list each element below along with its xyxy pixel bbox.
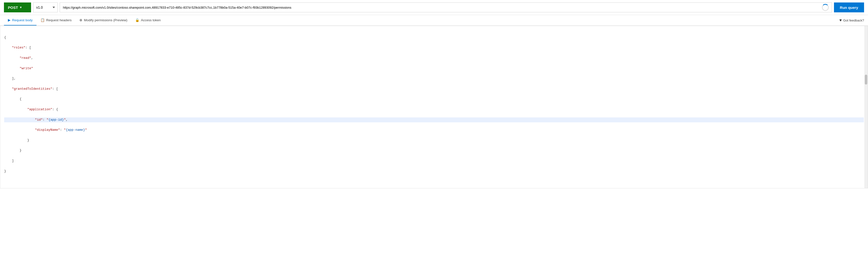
tab-access-token-label: Access token [141,18,160,22]
tab-request-body[interactable]: ▶ Request body [4,15,36,25]
scrollbar-thumb[interactable] [865,75,867,84]
method-button[interactable]: POST ▾ [4,2,31,12]
tabs-left: ▶ Request body 📋 Request headers ⊕ Modif… [4,15,839,25]
code-line-13: ] [4,158,864,164]
toolbar: POST ▾ v1.0 beta Run query [0,0,868,15]
code-line-10: "displayName": "{app-name}" [4,128,864,133]
access-token-icon: 🔒 [135,18,139,22]
code-line-4: "write" [4,66,864,71]
code-line-3: "read", [4,56,864,61]
tab-modify-permissions[interactable]: ⊕ Modify permissions (Preview) [75,15,131,25]
tabs-bar: ▶ Request body 📋 Request headers ⊕ Modif… [0,15,868,26]
feedback-button[interactable]: ♥ Got feedback? [839,18,864,23]
code-line-5: ], [4,76,864,81]
tab-request-body-label: Request body [12,18,33,22]
url-input[interactable] [60,3,820,12]
code-line-2: "roles": [ [4,45,864,50]
spinner-wrapper [820,4,832,11]
tab-modify-permissions-label: Modify permissions (Preview) [84,18,127,22]
code-line-12: } [4,148,864,153]
tab-request-headers[interactable]: 📋 Request headers [36,15,75,25]
code-line-7: { [4,97,864,102]
editor-area: { "roles": [ "read", "write" ], "granted… [0,26,868,188]
method-label: POST [8,5,18,10]
scrollbar-track[interactable] [864,26,868,188]
code-line-6: "grantedToIdentities": [ [4,86,864,92]
loading-spinner [822,4,829,11]
code-line-9: "id": "{app-id}", [4,117,864,123]
version-select[interactable]: v1.0 beta [33,2,58,12]
tab-request-headers-label: Request headers [46,18,71,22]
code-line-11: } [4,138,864,143]
url-container [60,2,832,12]
request-headers-icon: 📋 [40,18,44,22]
request-body-icon: ▶ [8,18,10,22]
feedback-label: Got feedback? [843,19,864,22]
heart-icon: ♥ [839,18,842,23]
method-chevron-icon: ▾ [20,6,22,9]
version-wrapper: v1.0 beta [33,2,58,12]
code-line-1: { [4,35,864,40]
modify-permissions-icon: ⊕ [80,18,82,22]
code-editor[interactable]: { "roles": [ "read", "write" ], "granted… [0,30,868,184]
code-line-14: } [4,169,864,174]
tab-access-token[interactable]: 🔒 Access token [131,15,164,25]
code-line-8: "application": { [4,107,864,112]
run-query-button[interactable]: Run query [834,2,864,12]
